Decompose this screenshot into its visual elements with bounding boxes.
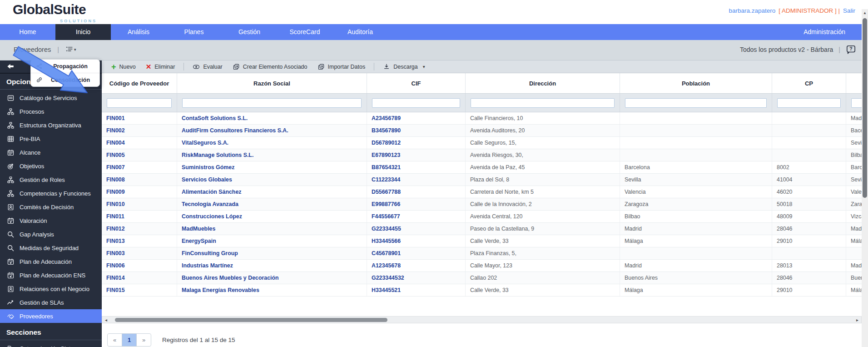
sidebar-item-valoracion[interactable]: Valoración: [0, 214, 102, 227]
page-1-button[interactable]: 1: [122, 334, 137, 346]
table-row[interactable]: FIN007Suministros GómezB87654321Avenida …: [102, 161, 862, 174]
table-row[interactable]: FIN006Industrias MartínezA12345678Calle …: [102, 260, 862, 272]
cell-link[interactable]: Tecnología Avanzada: [177, 198, 367, 210]
column-header-codigo-de-proveedor[interactable]: Código de Proveedor: [102, 73, 177, 93]
toolbar-button-eliminar[interactable]: ✕Eliminar: [141, 60, 180, 73]
nav-tab-auditoria[interactable]: Auditoría: [332, 24, 388, 40]
cell-link[interactable]: AuditFirm Consultores Financieros S.A.: [177, 125, 367, 136]
scroll-right-icon[interactable]: ▸: [856, 317, 858, 323]
cell-link[interactable]: RiskManage Solutions S.L.: [177, 149, 367, 161]
cell-link[interactable]: FIN012: [102, 223, 177, 235]
page-last-button[interactable]: »: [137, 334, 151, 346]
cell-link[interactable]: B34567890: [367, 125, 466, 136]
cell-link[interactable]: FIN014: [102, 272, 177, 284]
column-header-col-7[interactable]: [846, 73, 862, 93]
filter-input-codigo-de-proveedor[interactable]: [107, 98, 172, 108]
nav-tab-administracion[interactable]: Administración: [794, 24, 854, 40]
toolbar-button-descarga[interactable]: Descarga▾: [378, 60, 430, 73]
sidebar-item-gap-analysis[interactable]: Gap Analysis: [0, 227, 102, 241]
cell-link[interactable]: H33445521: [367, 284, 466, 296]
cell-link[interactable]: FIN006: [102, 260, 177, 272]
horizontal-scrollbar[interactable]: ◂ ▸: [102, 316, 862, 323]
cell-link[interactable]: VitalSeguros S.A.: [177, 137, 367, 149]
cell-link[interactable]: D55667788: [367, 186, 466, 198]
cell-link[interactable]: FIN008: [102, 174, 177, 186]
cell-link[interactable]: FIN004: [102, 137, 177, 149]
sidebar-item-procesos[interactable]: Procesos: [0, 105, 102, 118]
table-row[interactable]: FIN015Malaga Energías RenovablesH3344552…: [102, 284, 862, 297]
scroll-up-icon[interactable]: ▲: [862, 9, 868, 15]
nav-tab-inicio[interactable]: Inicio: [55, 24, 111, 40]
sidebar-item-objetivos[interactable]: Objetivos: [0, 159, 102, 173]
toolbar-button-crear-elemento-asociado[interactable]: Crear Elemento Asociado: [228, 60, 312, 73]
table-row[interactable]: FIN014Buenos Aires Muebles y DecoraciónG…: [102, 272, 862, 284]
cell-link[interactable]: G223344532: [367, 272, 466, 284]
cell-link[interactable]: Construcciones López: [177, 211, 367, 222]
table-row[interactable]: FIN002AuditFirm Consultores Financieros …: [102, 125, 862, 137]
nav-tab-scorecard[interactable]: ScoreCard: [277, 24, 332, 40]
cell-link[interactable]: FIN015: [102, 284, 177, 296]
sidebar-item-comites-de-decision[interactable]: Comités de Decisión: [0, 200, 102, 214]
table-row[interactable]: FIN012MadMueblesG22334455Paseo de la Cas…: [102, 223, 862, 235]
table-row[interactable]: FIN008Servicios GlobalesC11223344Plaza d…: [102, 174, 862, 186]
sidebar-item-gestion-de-slas[interactable]: Gestión de SLAs: [0, 296, 102, 309]
column-header-cif[interactable]: CIF: [367, 73, 466, 93]
sidebar-item-competencias-y-funciones[interactable]: Competencias y Funciones: [0, 186, 102, 200]
page-first-button[interactable]: «: [108, 334, 122, 346]
cell-link[interactable]: Malaga Energías Renovables: [177, 284, 367, 296]
cell-link[interactable]: Suministros Gómez: [177, 161, 367, 173]
vertical-scrollbar[interactable]: ▲: [862, 9, 868, 347]
logout-link[interactable]: Salir: [843, 7, 855, 14]
filter-input-poblacion[interactable]: [625, 98, 767, 108]
cell-link[interactable]: D56789012: [367, 137, 466, 149]
cell-link[interactable]: FIN005: [102, 149, 177, 161]
column-header-direccion[interactable]: Dirección: [466, 73, 620, 93]
table-row[interactable]: FIN004VitalSeguros S.A.D56789012Calle Se…: [102, 137, 862, 149]
cell-link[interactable]: FIN013: [102, 235, 177, 247]
help-icon[interactable]: [846, 45, 856, 55]
table-row[interactable]: FIN013EnergySpainH33445566Calle Verde, 3…: [102, 235, 862, 247]
table-row[interactable]: FIN001ContaSoft Solutions S.L.A23456789C…: [102, 112, 862, 125]
table-row[interactable]: FIN010Tecnología AvanzadaE99887766Calle …: [102, 198, 862, 211]
username-link[interactable]: barbara.zapatero: [729, 7, 775, 14]
cell-link[interactable]: Industrias Martínez: [177, 260, 367, 272]
nav-tab-planes[interactable]: Planes: [166, 24, 222, 40]
cell-link[interactable]: Alimentación Sánchez: [177, 186, 367, 198]
table-row[interactable]: FIN009Alimentación SánchezD55667788Carre…: [102, 186, 862, 198]
sidebar-item-proveedores[interactable]: Proveedores: [0, 309, 102, 323]
cell-link[interactable]: ContaSoft Solutions S.L.: [177, 112, 367, 124]
cell-link[interactable]: FinConsulting Group: [177, 247, 367, 259]
cell-link[interactable]: Servicios Globales: [177, 174, 367, 186]
cell-link[interactable]: FIN009: [102, 186, 177, 198]
cell-link[interactable]: A12345678: [367, 260, 466, 272]
cell-link[interactable]: H33445566: [367, 235, 466, 247]
product-context-label[interactable]: Todos los productos v2 - Bárbara: [740, 46, 833, 53]
vertical-scrollbar-thumb[interactable]: [863, 18, 867, 198]
cell-link[interactable]: FIN001: [102, 112, 177, 124]
nav-tab-gestion[interactable]: Gestión: [222, 24, 277, 40]
toolbar-button-importar-datos[interactable]: Importar Datos: [312, 60, 371, 73]
filter-input-col-7[interactable]: [851, 98, 862, 108]
cell-link[interactable]: A23456789: [367, 112, 466, 124]
sidebar-item-alcance[interactable]: Alcance: [0, 146, 102, 159]
nav-tab-home[interactable]: Home: [0, 24, 55, 40]
cell-link[interactable]: FIN007: [102, 161, 177, 173]
cell-link[interactable]: FIN002: [102, 125, 177, 136]
cell-link[interactable]: C45678901: [367, 247, 466, 259]
cell-link[interactable]: Buenos Aires Muebles y Decoración: [177, 272, 367, 284]
sidebar-item-categorizacion-sistema[interactable]: Categorización Sistema: [0, 342, 102, 347]
filter-input-cif[interactable]: [372, 98, 460, 108]
cell-link[interactable]: C11223344: [367, 174, 466, 186]
scroll-left-icon[interactable]: ◂: [105, 317, 107, 323]
column-header-poblacion[interactable]: Población: [620, 73, 772, 93]
cell-link[interactable]: FIN011: [102, 211, 177, 222]
column-header-razon-social[interactable]: Razón Social: [177, 73, 367, 93]
toolbar-button-nuevo[interactable]: +Nuevo: [106, 60, 141, 73]
sidebar-item-gestion-de-roles[interactable]: Gestión de Roles: [0, 173, 102, 186]
sidebar-item-pre-bia[interactable]: Pre-BIA: [0, 132, 102, 146]
filter-input-direccion[interactable]: [471, 98, 615, 108]
sidebar-item-estructura-organizativa[interactable]: Estructura Organizativa: [0, 118, 102, 132]
cell-link[interactable]: FIN003: [102, 247, 177, 259]
app-logo[interactable]: GlobalSuite SOLUTIONS: [13, 2, 86, 17]
cell-link[interactable]: EnergySpain: [177, 235, 367, 247]
